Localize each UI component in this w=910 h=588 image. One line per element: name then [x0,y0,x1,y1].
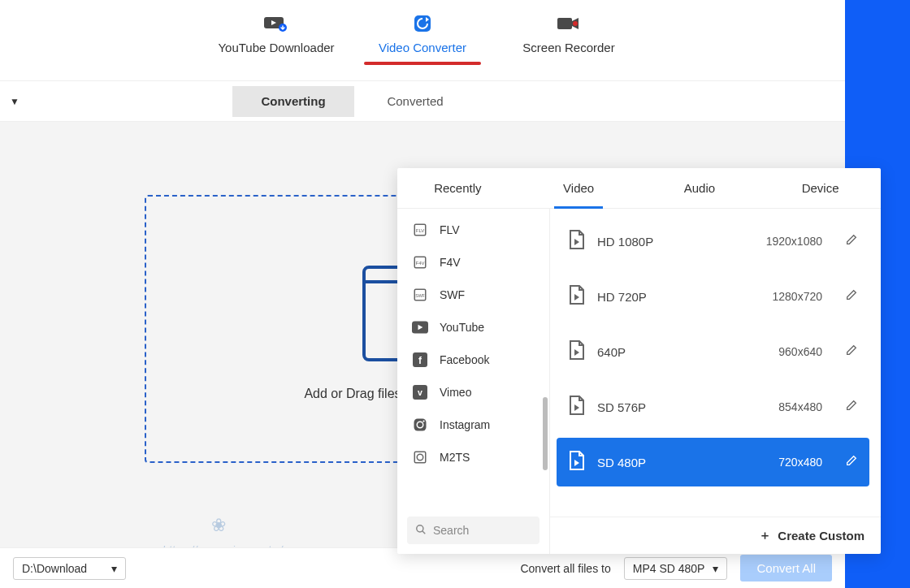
resolution-item[interactable]: SD 576P854x480 [557,383,869,431]
output-path-text: D:\Download [22,562,87,575]
plus-icon: ＋ [759,528,771,543]
video-converter-icon [413,15,432,32]
youtube-downloader-icon [264,15,288,32]
resolution-item[interactable]: SD 480P720x480 [557,438,869,486]
resolution-name: 640P [597,345,767,359]
resolution-name: SD 576P [597,400,767,414]
subtab-converted[interactable]: Converted [354,86,476,117]
vimeo-icon: v [412,384,428,400]
swf-icon: SWF [412,287,428,303]
subtab-converting[interactable]: Converting [232,86,354,117]
edit-icon[interactable] [845,288,858,305]
popup-tab-video[interactable]: Video [518,168,639,208]
svg-point-26 [417,454,423,460]
svg-point-24 [422,420,424,422]
output-path-select[interactable]: D:\Download ▾ [13,557,126,580]
create-custom-button[interactable]: ＋ Create Custom [550,517,881,554]
format-item-flv[interactable]: FLVFLV [397,214,549,246]
format-item-facebook[interactable]: fFacebook [397,344,549,376]
youtube-icon [412,319,428,335]
scrollbar-thumb[interactable] [543,397,548,470]
svg-text:SWF: SWF [415,293,425,298]
format-popup: Recently Video Audio Device FLVFLVF4VF4V… [397,168,881,554]
popup-tabs: Recently Video Audio Device [397,168,881,209]
screen-recorder-icon [557,15,580,32]
tab-label: Screen Recorder [522,41,614,54]
tab-video-converter[interactable]: Video Converter [349,15,496,63]
convert-all-button[interactable]: Convert All [740,555,832,582]
svg-text:F4V: F4V [415,261,424,266]
facebook-icon: f [412,352,428,368]
popup-tab-device[interactable]: Device [760,168,881,208]
edit-icon[interactable] [845,344,858,360]
svg-marker-33 [574,460,579,466]
format-label: YouTube [440,321,484,334]
create-custom-label: Create Custom [778,529,864,543]
format-search-input[interactable]: Search [407,517,540,544]
edit-icon[interactable] [845,233,858,249]
svg-marker-29 [574,239,579,245]
search-icon [415,524,427,538]
instagram-icon [412,417,428,433]
svg-point-27 [417,525,423,531]
search-placeholder: Search [433,524,469,537]
format-label: Facebook [440,353,489,366]
format-select-value: MP4 SD 480P [633,562,705,575]
resolution-dimension: 720x480 [778,456,822,469]
dropdown-caret-icon[interactable]: ▼ [10,96,20,107]
resolution-panel: HD 1080P1920x1080HD 720P1280x720640P960x… [550,209,881,554]
document-play-icon [568,450,586,474]
document-play-icon [568,284,586,309]
format-item-m2ts[interactable]: M2TS [397,441,549,473]
resolution-dimension: 960x640 [778,345,822,358]
format-label: FLV [440,223,460,236]
svg-point-7 [573,21,578,26]
format-sidebar: FLVFLVF4VF4VSWFSWFYouTubefFacebookvVimeo… [397,209,550,554]
tab-youtube-downloader[interactable]: YouTube Downloader [203,15,349,63]
svg-text:v: v [418,387,422,397]
popup-tab-recently[interactable]: Recently [397,168,518,208]
format-label: F4V [440,256,461,269]
popup-tab-audio[interactable]: Audio [639,168,760,208]
format-item-swf[interactable]: SWFSWF [397,279,549,311]
watermark-icon: ❀ [211,515,226,536]
svg-rect-25 [414,452,426,463]
resolution-dimension: 1280x720 [772,290,822,303]
tab-label: YouTube Downloader [218,41,334,54]
resolution-dimension: 1920x1080 [766,235,822,248]
tab-label: Video Converter [379,41,466,54]
svg-marker-32 [574,404,579,411]
format-select[interactable]: MP4 SD 480P ▾ [624,557,728,580]
tab-screen-recorder[interactable]: Screen Recorder [496,15,642,63]
f4v-icon: F4V [412,254,428,270]
resolution-item[interactable]: HD 720P1280x720 [557,272,869,321]
resolution-item[interactable]: HD 1080P1920x1080 [557,217,869,266]
svg-text:FLV: FLV [416,228,425,233]
edit-icon[interactable] [845,454,858,470]
edit-icon[interactable] [845,399,858,415]
resolution-name: HD 1080P [597,235,755,249]
resolution-item[interactable]: 640P960x640 [557,327,869,376]
format-item-instagram[interactable]: Instagram [397,409,549,441]
format-label: SWF [440,288,465,301]
svg-rect-5 [557,18,572,29]
format-label: M2TS [440,451,470,464]
resolution-dimension: 854x480 [778,400,822,413]
format-item-f4v[interactable]: F4VF4V [397,246,549,279]
format-item-youtube[interactable]: YouTube [397,311,549,344]
svg-line-28 [422,530,426,534]
svg-marker-31 [574,349,579,356]
chevron-down-icon: ▾ [713,562,718,575]
document-play-icon [568,395,586,419]
format-label: Instagram [440,418,490,431]
document-play-icon [568,229,586,253]
document-play-icon [568,339,586,364]
format-item-vimeo[interactable]: vVimeo [397,376,549,409]
chevron-down-icon: ▾ [111,562,117,575]
convert-all-label: Convert all files to [520,562,610,575]
sub-tabs: ▼ Converting Converted [0,81,845,122]
svg-marker-30 [574,294,579,300]
resolution-name: SD 480P [597,456,767,469]
m2ts-icon [412,449,428,465]
main-tabs: YouTube Downloader Video Converter Scree… [0,0,845,81]
